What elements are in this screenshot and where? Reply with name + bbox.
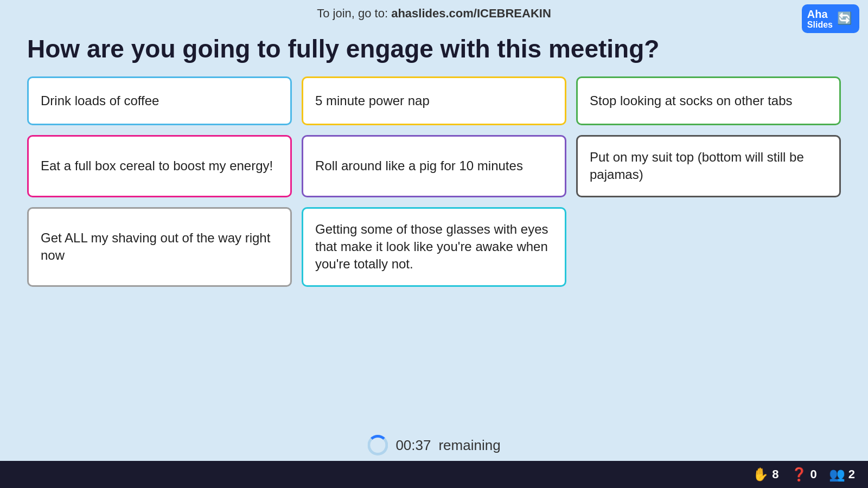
questions-status: ❓ 0 <box>791 467 817 482</box>
card-card-4: Eat a full box cereal to boost my energy… <box>27 135 292 197</box>
timer-label: remaining <box>438 437 500 454</box>
logo-icon: 🔄 <box>837 11 852 25</box>
timer-spinner <box>367 435 388 455</box>
hands-count: 8 <box>772 467 778 481</box>
timer-time: 00:37 <box>395 437 431 454</box>
card-card-5: Roll around like a pig for 10 minutes <box>302 135 566 197</box>
timer-bar: 00:37 remaining <box>367 435 500 455</box>
card-card-7: Get ALL my shaving out of the way right … <box>27 207 292 287</box>
users-icon: 👥 <box>829 467 845 482</box>
logo-line1: Aha <box>807 8 828 21</box>
card-card-6: Put on my suit top (bottom will still be… <box>576 135 841 197</box>
users-count: 2 <box>848 467 855 481</box>
card-card-2: 5 minute power nap <box>302 76 566 125</box>
hands-status: ✋ 8 <box>752 467 778 482</box>
join-bar: To join, go to: ahaslides.com/ICEBREAKIN <box>0 0 868 25</box>
questions-count: 0 <box>810 467 817 481</box>
join-text: To join, go to: <box>317 7 388 20</box>
bottom-bar: ✋ 8 ❓ 0 👥 2 <box>0 461 868 488</box>
hands-icon: ✋ <box>752 467 769 482</box>
logo-line2: Slides <box>807 20 833 30</box>
card-card-8: Getting some of those glasses with eyes … <box>302 207 566 287</box>
cards-grid: Drink loads of coffee5 minute power napS… <box>0 76 868 287</box>
card-card-3: Stop looking at socks on other tabs <box>576 76 841 125</box>
users-status: 👥 2 <box>829 467 855 482</box>
card-card-1: Drink loads of coffee <box>27 76 292 125</box>
ahaslides-logo: Aha Slides 🔄 <box>802 4 859 33</box>
question-heading: How are you going to fully engage with t… <box>0 25 868 76</box>
questions-icon: ❓ <box>791 467 807 482</box>
join-url: ahaslides.com/ICEBREAKIN <box>391 7 551 20</box>
